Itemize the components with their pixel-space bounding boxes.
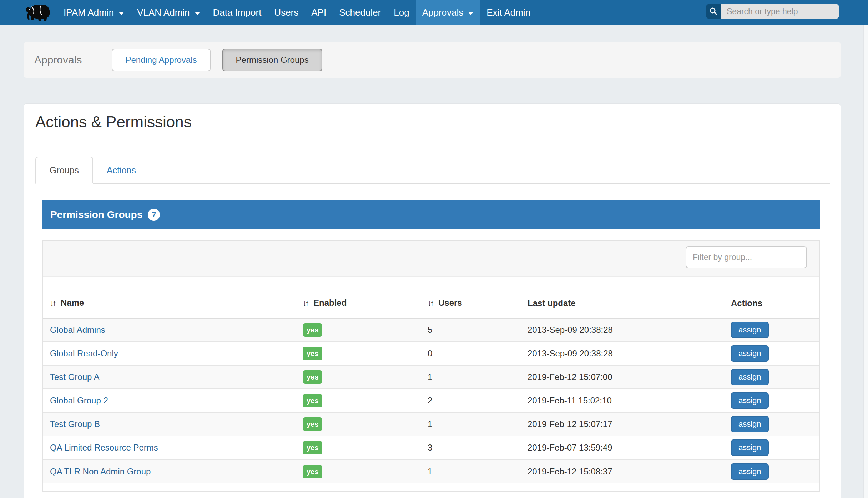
table-body: Global Admins yes 5 2013-Sep-09 20:38:28… xyxy=(43,318,819,483)
column-header[interactable]: Last update xyxy=(520,277,724,318)
group-name-link[interactable]: Global Admins xyxy=(50,325,105,335)
nav-item[interactable]: Log xyxy=(387,0,415,25)
page-title: Approvals xyxy=(34,54,82,66)
last-update: 2019-Feb-11 15:02:10 xyxy=(528,396,612,405)
table-row: Global Read-Only yes 0 2013-Sep-09 20:38… xyxy=(43,342,819,365)
navbar-search xyxy=(706,4,839,19)
assign-button[interactable]: assign xyxy=(731,416,769,432)
table-header-row: ↓↑Name ↓↑Enabled ↓↑Users Last update xyxy=(43,277,819,318)
enabled-badge: yes xyxy=(303,370,322,384)
column-header[interactable]: ↓↑Name xyxy=(43,277,296,318)
group-name-link[interactable]: QA Limited Resource Perms xyxy=(50,443,158,452)
nav-item[interactable]: IPAM Admin xyxy=(57,0,131,25)
nav-item-label: IPAM Admin xyxy=(64,7,114,18)
pending-approvals-button[interactable]: Pending Approvals xyxy=(112,49,210,71)
tab[interactable]: Groups xyxy=(35,157,93,184)
column-label: Name xyxy=(61,298,84,308)
nav-item-label: Users xyxy=(274,7,298,18)
tab-label: Actions xyxy=(107,165,136,176)
users-count: 1 xyxy=(428,467,432,476)
nav-item-label: Exit Admin xyxy=(486,7,530,18)
column-label: Actions xyxy=(731,298,762,308)
column-header[interactable]: ↓↑Users xyxy=(420,277,520,318)
table-row: Global Group 2 yes 2 2019-Feb-11 15:02:1… xyxy=(43,389,819,412)
chevron-down-icon xyxy=(195,12,200,15)
table-row: QA TLR Non Admin Group yes 1 2019-Feb-12… xyxy=(43,459,819,483)
table-row: Global Admins yes 5 2013-Sep-09 20:38:28… xyxy=(43,318,819,342)
nav-item-label: Log xyxy=(394,7,409,18)
table-row: QA Limited Resource Perms yes 3 2019-Feb… xyxy=(43,436,819,459)
filter-group-input[interactable] xyxy=(686,246,807,268)
users-count: 1 xyxy=(428,372,432,382)
assign-button[interactable]: assign xyxy=(731,322,769,338)
enabled-badge: yes xyxy=(303,347,322,360)
search-input[interactable] xyxy=(721,4,839,19)
page-header-card: Approvals Pending Approvals Permission G… xyxy=(24,42,841,78)
panel-heading-title: Actions & Permissions xyxy=(35,113,192,131)
users-count: 2 xyxy=(428,396,432,405)
chevron-down-icon xyxy=(118,12,124,15)
nav-item-label: Data Import xyxy=(213,7,262,18)
last-update: 2019-Feb-07 13:59:49 xyxy=(528,443,612,452)
group-name-link[interactable]: Global Group 2 xyxy=(50,396,108,405)
last-update: 2019-Feb-12 15:07:17 xyxy=(528,419,612,429)
assign-button[interactable]: assign xyxy=(731,392,769,409)
groups-table-container: ↓↑Name ↓↑Enabled ↓↑Users Last update xyxy=(42,240,820,492)
nav-item[interactable]: Scheduler xyxy=(333,0,387,25)
nav-item[interactable]: Data Import xyxy=(207,0,268,25)
users-count: 0 xyxy=(428,349,432,358)
chevron-down-icon xyxy=(468,12,474,15)
enabled-badge: yes xyxy=(303,441,322,454)
permission-groups-table: ↓↑Name ↓↑Enabled ↓↑Users Last update xyxy=(43,277,819,483)
last-update: 2019-Feb-12 15:07:00 xyxy=(528,372,612,382)
last-update: 2013-Sep-09 20:38:28 xyxy=(528,325,613,335)
nav-item[interactable]: API xyxy=(305,0,333,25)
enabled-badge: yes xyxy=(303,465,322,478)
permission-groups-header-bar: Permission Groups 7 xyxy=(42,200,820,229)
table-toolbar xyxy=(43,241,819,277)
sort-icon: ↓↑ xyxy=(428,299,433,308)
nav-item-label: Approvals xyxy=(422,7,464,18)
table-row: Test Group A yes 1 2019-Feb-12 15:07:00 … xyxy=(43,365,819,389)
enabled-badge: yes xyxy=(303,394,322,407)
group-count-badge: 7 xyxy=(148,209,160,221)
enabled-badge: yes xyxy=(303,417,322,431)
tab-bar: Groups Actions xyxy=(35,157,830,184)
users-count: 1 xyxy=(428,419,432,429)
tab[interactable]: Actions xyxy=(93,157,150,184)
assign-button[interactable]: assign xyxy=(731,463,769,480)
column-label: Users xyxy=(438,298,462,308)
top-navbar: IPAM Admin VLAN Admin Data Import Users … xyxy=(0,0,868,25)
search-button[interactable] xyxy=(706,4,721,19)
group-name-link[interactable]: Test Group B xyxy=(50,419,100,429)
group-name-link[interactable]: Test Group A xyxy=(50,372,100,382)
nav-item-label: API xyxy=(311,7,326,18)
tab-label: Groups xyxy=(50,165,79,176)
nav-item-label: VLAN Admin xyxy=(137,7,190,18)
permission-groups-button[interactable]: Permission Groups xyxy=(222,49,322,71)
mammoth-logo-icon[interactable] xyxy=(25,4,51,22)
assign-button[interactable]: assign xyxy=(731,369,769,385)
nav-item-label: Scheduler xyxy=(339,7,381,18)
table-row: Test Group B yes 1 2019-Feb-12 15:07:17 … xyxy=(43,412,819,436)
search-icon xyxy=(709,7,718,16)
sort-icon: ↓↑ xyxy=(303,299,308,308)
assign-button[interactable]: assign xyxy=(731,345,769,362)
column-label: Enabled xyxy=(313,298,347,308)
nav-item[interactable]: Users xyxy=(268,0,305,25)
last-update: 2019-Feb-12 15:08:37 xyxy=(528,467,612,476)
navbar-menu: IPAM Admin VLAN Admin Data Import Users … xyxy=(57,0,537,25)
assign-button[interactable]: assign xyxy=(731,439,769,456)
nav-item[interactable]: Exit Admin xyxy=(480,0,537,25)
actions-permissions-panel: Actions & Permissions Groups Actions Per… xyxy=(24,103,841,498)
nav-item[interactable]: VLAN Admin xyxy=(131,0,206,25)
nav-item[interactable]: Approvals xyxy=(416,0,480,25)
group-name-link[interactable]: QA TLR Non Admin Group xyxy=(50,467,151,476)
enabled-badge: yes xyxy=(303,323,322,337)
group-name-link[interactable]: Global Read-Only xyxy=(50,349,118,358)
last-update: 2013-Sep-09 20:38:28 xyxy=(528,349,613,358)
sort-icon: ↓↑ xyxy=(50,299,55,308)
column-header[interactable]: ↓↑Enabled xyxy=(296,277,420,318)
column-header[interactable]: Actions xyxy=(724,277,819,318)
page-scrollbar[interactable] xyxy=(863,25,868,498)
